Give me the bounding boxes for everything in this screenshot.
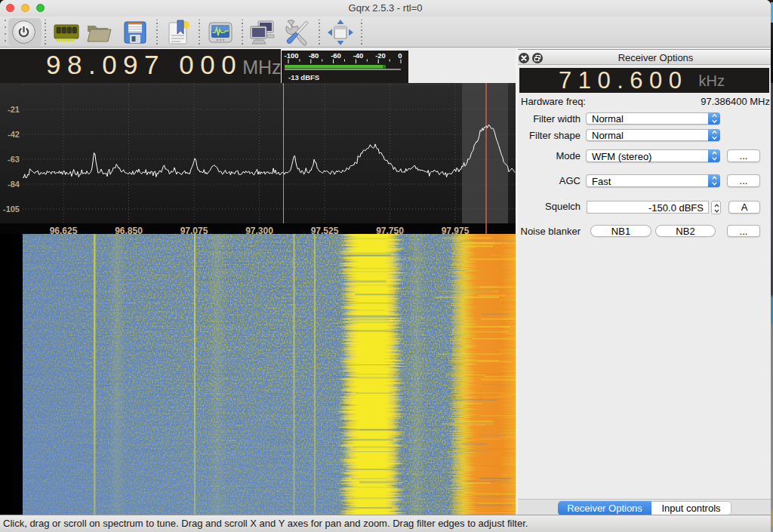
svg-text:-42: -42: [8, 130, 20, 139]
svg-text:-80: -80: [309, 51, 319, 60]
svg-text:-60: -60: [331, 51, 341, 60]
svg-text:97.975: 97.975: [442, 226, 470, 235]
svg-text:-13 dBFS: -13 dBFS: [288, 73, 319, 81]
svg-text:97.075: 97.075: [180, 226, 208, 235]
svg-text:97.300: 97.300: [245, 226, 273, 235]
svg-text:97.750: 97.750: [376, 226, 404, 235]
svg-text:-63: -63: [8, 155, 20, 164]
svg-text:97.525: 97.525: [311, 226, 339, 235]
svg-text:-105: -105: [3, 204, 20, 214]
svg-text:96.850: 96.850: [115, 226, 143, 235]
svg-text:0: 0: [398, 51, 402, 60]
svg-text:-40: -40: [353, 51, 364, 60]
svg-text:-84: -84: [8, 180, 20, 189]
svg-text:-100: -100: [284, 51, 298, 60]
svg-text:96.625: 96.625: [50, 226, 78, 235]
svg-text:-20: -20: [375, 51, 386, 60]
svg-text:-21: -21: [8, 105, 20, 114]
